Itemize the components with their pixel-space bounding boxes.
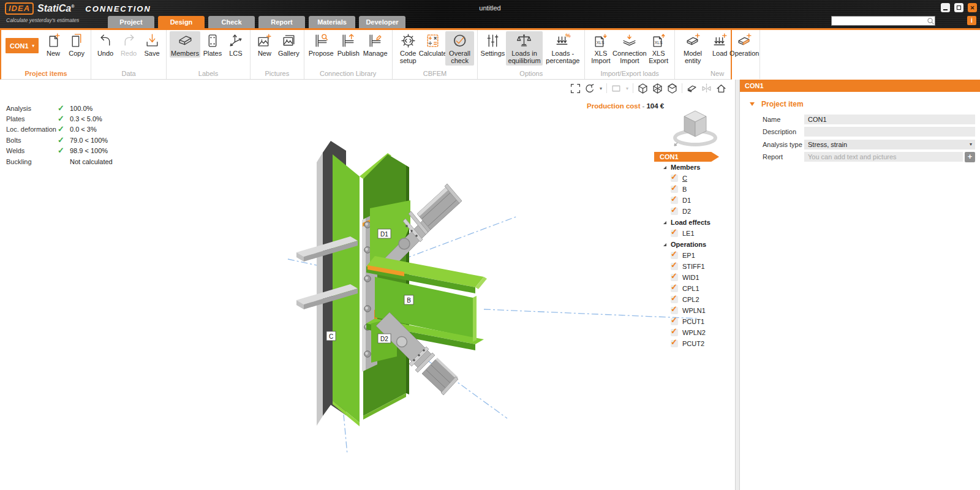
close-button[interactable]: ✕ bbox=[968, 3, 977, 12]
expander-icon[interactable] bbox=[663, 243, 666, 246]
panel-splitter[interactable] bbox=[735, 80, 740, 490]
minimize-button[interactable] bbox=[941, 3, 950, 12]
save-button[interactable]: Save bbox=[141, 31, 163, 58]
checkbox-checked[interactable]: ✓ bbox=[671, 274, 678, 281]
add-report-content-button[interactable]: + bbox=[965, 152, 975, 162]
tree-item-cpl1[interactable]: ✓CPL1 bbox=[654, 283, 734, 294]
checkbox-checked[interactable]: ✓ bbox=[671, 318, 678, 325]
new-operation-button[interactable]: Operation bbox=[732, 31, 756, 58]
tree-item-ep1[interactable]: ✓EP1 bbox=[654, 250, 734, 261]
orbit-icon[interactable] bbox=[585, 83, 595, 94]
tree-item-b[interactable]: ✓B bbox=[654, 184, 734, 195]
tab-report[interactable]: Report bbox=[258, 16, 305, 28]
tree-section-members[interactable]: Members bbox=[654, 162, 734, 173]
manage-button[interactable]: Manage bbox=[362, 31, 389, 58]
publish-button[interactable]: Publish bbox=[336, 31, 361, 58]
tree-section-load-effects[interactable]: Load effects bbox=[654, 217, 734, 228]
nav-cube[interactable] bbox=[670, 107, 720, 151]
loads-percentage-toggle[interactable]: % Loads - percentage bbox=[544, 31, 581, 66]
xls-import-button[interactable]: XLS XLS Import bbox=[588, 31, 613, 66]
checkbox-checked[interactable]: ✓ bbox=[671, 329, 678, 336]
search-box[interactable] bbox=[831, 16, 935, 26]
propose-button[interactable]: Propose bbox=[307, 31, 335, 58]
redo-button[interactable]: Redo bbox=[118, 31, 140, 58]
expander-icon[interactable] bbox=[663, 166, 666, 169]
description-field[interactable] bbox=[804, 127, 975, 137]
new-project-item-button[interactable]: New bbox=[42, 31, 64, 58]
mirror-flip-icon[interactable] bbox=[701, 83, 712, 94]
tree-item-c[interactable]: ✓C bbox=[654, 173, 734, 184]
loads-in-equilibrium-toggle[interactable]: Loads in equilibrium bbox=[506, 31, 543, 66]
selection-rect-icon[interactable] bbox=[611, 83, 622, 94]
wireframe-cube-icon[interactable] bbox=[638, 83, 648, 94]
hiddenline-cube-icon[interactable] bbox=[652, 83, 663, 94]
checkbox-checked[interactable]: ✓ bbox=[671, 208, 678, 215]
lcs-toggle[interactable]: LCS bbox=[225, 31, 247, 58]
tab-project[interactable]: Project bbox=[108, 16, 154, 28]
tree-item-stiff1[interactable]: ✓STIFF1 bbox=[654, 261, 734, 272]
checkbox-checked[interactable]: ✓ bbox=[671, 285, 678, 292]
solid-cube-icon[interactable] bbox=[667, 83, 677, 94]
name-field[interactable] bbox=[804, 115, 975, 124]
tree-item-wpln1[interactable]: ✓WPLN1 bbox=[654, 305, 734, 316]
plates-labels-toggle[interactable]: Plates bbox=[202, 31, 224, 58]
selection-options-caret[interactable]: ▾ bbox=[626, 86, 628, 91]
members-labels-toggle[interactable]: Members bbox=[170, 31, 200, 58]
label-column[interactable]: C bbox=[326, 331, 336, 341]
label-diagonal1[interactable]: D1 bbox=[378, 229, 391, 238]
report-field[interactable] bbox=[804, 152, 963, 162]
tree-item-le1[interactable]: ✓LE1 bbox=[654, 228, 734, 239]
search-input[interactable] bbox=[832, 18, 927, 24]
tree-item-wid1[interactable]: ✓WID1 bbox=[654, 272, 734, 283]
section-view-icon[interactable] bbox=[687, 83, 697, 94]
tab-developer[interactable]: Developer bbox=[359, 16, 405, 28]
project-item-section[interactable]: Project item bbox=[740, 92, 980, 114]
xls-export-button[interactable]: XLS XLS Export bbox=[646, 31, 671, 66]
checkbox-checked[interactable]: ✓ bbox=[671, 175, 678, 182]
copy-project-item-button[interactable]: Copy bbox=[66, 31, 88, 58]
info-button[interactable]: i bbox=[967, 16, 976, 25]
fit-view-icon[interactable] bbox=[570, 83, 581, 94]
tree-item-pcut2[interactable]: ✓PCUT2 bbox=[654, 338, 734, 349]
settings-button[interactable]: Settings bbox=[481, 31, 504, 58]
new-model-entity-button[interactable]: Model entity bbox=[678, 31, 707, 66]
checkbox-checked[interactable]: ✓ bbox=[671, 263, 678, 270]
checkbox-checked[interactable]: ✓ bbox=[671, 197, 678, 204]
tree-item-pcut1[interactable]: ✓PCUT1 bbox=[654, 316, 734, 327]
code-setup-button[interactable]: Code setup bbox=[396, 31, 421, 66]
con1-dropdown[interactable]: CON1▾ bbox=[6, 38, 39, 53]
tree-item-d1[interactable]: ✓D1 bbox=[654, 195, 734, 206]
picture-add-icon bbox=[256, 32, 273, 49]
ribbon-group-pictures: New Gallery Pictures bbox=[251, 30, 304, 79]
checkbox-checked[interactable]: ✓ bbox=[671, 252, 678, 259]
gallery-button[interactable]: Gallery bbox=[277, 31, 301, 58]
new-picture-button[interactable]: New bbox=[254, 31, 276, 58]
new-load-button[interactable]: Load bbox=[709, 31, 731, 58]
undo-button[interactable]: Undo bbox=[94, 31, 116, 58]
tab-check[interactable]: Check bbox=[208, 16, 255, 28]
tree-item-wpln2[interactable]: ✓WPLN2 bbox=[654, 327, 734, 338]
tab-design[interactable]: Design bbox=[158, 16, 205, 28]
checkbox-checked[interactable]: ✓ bbox=[671, 296, 678, 303]
tree-header-con1[interactable]: CON1 bbox=[654, 152, 719, 162]
collapse-triangle-icon[interactable] bbox=[750, 102, 755, 106]
3d-viewport[interactable]: C B D1 D2 ▾ ▾ Analysis✓100.0% bbox=[0, 80, 735, 490]
connection-import-button[interactable]: Connection Import bbox=[615, 31, 645, 66]
checkbox-checked[interactable]: ✓ bbox=[671, 340, 678, 347]
analysis-type-select[interactable]: Stress, strain ▾ bbox=[804, 140, 975, 149]
checkbox-checked[interactable]: ✓ bbox=[671, 186, 678, 193]
overall-check-button[interactable]: Overall check bbox=[445, 31, 475, 66]
tree-item-d2[interactable]: ✓D2 bbox=[654, 206, 734, 217]
orbit-options-caret[interactable]: ▾ bbox=[600, 86, 602, 91]
home-view-icon[interactable] bbox=[716, 83, 726, 94]
expander-icon[interactable] bbox=[663, 221, 666, 224]
calculate-button[interactable]: Calculate bbox=[422, 31, 444, 58]
checkbox-checked[interactable]: ✓ bbox=[671, 307, 678, 314]
checkbox-checked[interactable]: ✓ bbox=[671, 230, 678, 237]
tree-item-cpl2[interactable]: ✓CPL2 bbox=[654, 294, 734, 305]
tree-section-operations[interactable]: Operations bbox=[654, 239, 734, 250]
tab-materials[interactable]: Materials bbox=[309, 16, 355, 28]
maximize-button[interactable] bbox=[954, 3, 963, 12]
label-diagonal2[interactable]: D2 bbox=[378, 334, 391, 343]
label-beam[interactable]: B bbox=[404, 295, 413, 304]
